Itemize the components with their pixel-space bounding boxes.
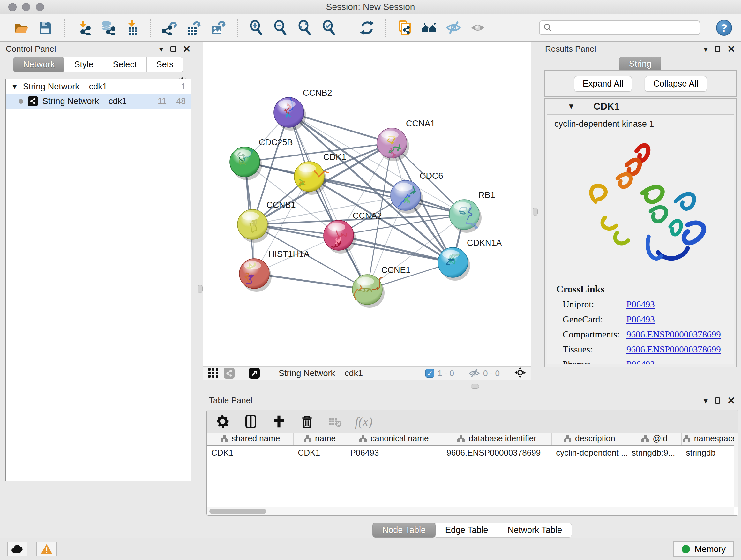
network-node-CDKN1A[interactable]: CDKN1A [438,238,502,281]
fit-content-icon[interactable] [514,367,526,380]
float-panel-button[interactable]: ▾ [704,396,708,405]
column-header-shared-name[interactable]: shared name [207,433,293,446]
import-table-file-button[interactable] [124,19,140,36]
network-canvas[interactable]: CCNB2CCNA1CDC25BCDK1CDC6RB1CCNB1CCNA2CDK… [203,42,531,366]
save-session-button[interactable] [37,19,54,36]
horizontal-splitter[interactable] [203,380,531,393]
float-panel-button[interactable]: ▾ [704,45,708,53]
crosslink-link[interactable]: P06493 [626,314,655,325]
warning-status-button[interactable] [37,542,57,557]
tab-style[interactable]: Style [64,57,103,72]
node-label: CCNB2 [303,88,332,98]
tab-select[interactable]: Select [103,57,146,72]
zoom-selected-button[interactable] [321,19,337,36]
zoom-in-button[interactable] [248,19,265,36]
control-panel: Control Panel ▾ ✕ NetworkStyleSelectSets… [0,42,197,537]
hide-panels-button[interactable] [445,19,462,36]
table-horizontal-scrollbar[interactable] [207,507,734,515]
table-cell[interactable]: CDK1 [207,446,293,460]
open-in-new-window-icon[interactable] [249,368,260,379]
column-header-database-identifier[interactable]: database identifier [442,433,551,446]
table-cell[interactable]: stringdb [681,446,738,460]
crosslink-row: Pharos:P06493 [547,357,734,364]
network-node-CCNA1[interactable]: CCNA1 [377,119,435,161]
table-cell[interactable]: P06493 [346,446,442,460]
tab-node-table[interactable]: Node Table [373,523,435,538]
column-header-name[interactable]: name [293,433,346,446]
left-splitter-handle[interactable] [198,285,203,293]
network-node-CCNB2[interactable]: CCNB2 [274,88,332,131]
search-input[interactable] [555,23,696,33]
crosslinks-heading: CrossLinks [547,275,734,297]
scrollbar-thumb[interactable] [209,509,266,514]
create-column-icon[interactable] [271,413,287,430]
network-view[interactable]: CCNB2CCNA1CDC25BCDK1CDC6RB1CCNB1CCNA2CDK… [203,42,531,366]
cloud-status-button[interactable] [7,542,27,557]
network-node-RB1[interactable]: RB1 [449,190,495,233]
crosslink-link[interactable]: P06493 [626,359,655,364]
horizontal-splitter-handle[interactable] [471,384,479,388]
collapse-all-button[interactable]: Collapse All [645,76,707,91]
column-header-namespace[interactable]: namespace [681,433,738,446]
memory-label: Memory [694,544,726,554]
float-panel-button[interactable]: ▾ [159,45,163,53]
export-image-button[interactable] [210,19,226,36]
table-cell[interactable]: CDK1 [293,446,346,460]
export-table-button[interactable] [186,19,202,36]
import-network-database-button[interactable] [99,19,116,36]
close-panel-button[interactable]: ✕ [727,44,735,54]
collection-caret-icon[interactable]: ▼ [11,82,18,91]
expand-all-button[interactable]: Expand All [574,76,632,91]
memory-button[interactable]: Memory [673,542,734,557]
tab-edge-table[interactable]: Edge Table [435,523,498,538]
table-cell[interactable]: cyclin-dependent ... [551,446,627,460]
tab-network-table[interactable]: Network Table [498,523,572,538]
network-node-HIST1H1A[interactable]: HIST1H1A [239,249,310,292]
left-splitter[interactable] [197,42,203,537]
crosslink-link[interactable]: P06493 [626,299,655,310]
zoom-out-button[interactable] [272,19,289,36]
network-node-CDC25B[interactable]: CDC25B [230,138,293,180]
network-collection-row[interactable]: ▼ String Network – cdk1 1 [6,79,191,94]
column-header-canonical-name[interactable]: canonical name [346,433,442,446]
close-panel-button[interactable]: ✕ [727,396,735,406]
right-splitter-handle[interactable] [533,207,538,216]
table-cell[interactable]: stringdb:9... [627,446,681,460]
tab-network[interactable]: Network [13,57,64,72]
selected-checkbox-icon[interactable]: ✓ [425,369,434,378]
apply-layout-button[interactable] [359,19,375,36]
results-panel: Results Panel ▾ ✕ String Expand All Coll… [539,42,741,393]
table-vertical-scrollbar[interactable] [734,433,738,507]
section-caret-icon[interactable]: ▼ [567,102,575,111]
table-cell[interactable]: 9606.ENSP00000378699 [442,446,551,460]
table-options-gear-icon[interactable] [214,413,231,430]
show-all-panels-button[interactable] [421,19,437,36]
control-panel-title: Control Panel [6,44,56,54]
maximize-panel-button[interactable] [715,45,720,53]
clone-network-button[interactable] [397,19,413,36]
hidden-counts: 0 - 0 [483,368,500,378]
open-session-button[interactable] [13,19,29,36]
birdseye-view-icon[interactable] [208,367,219,379]
tab-string[interactable]: String [619,57,662,71]
crosslink-link[interactable]: 9606.ENSP00000378699 [626,329,721,340]
column-header-description[interactable]: description [551,433,627,446]
network-view-title: String Network – cdk1 [279,368,420,378]
tab-sets[interactable]: Sets [147,57,184,72]
right-splitter[interactable] [531,42,539,393]
close-panel-button[interactable]: ✕ [183,44,191,54]
network-row-selected[interactable]: String Network – cdk1 1148 [6,94,191,109]
delete-column-trash-icon[interactable] [299,413,315,430]
network-node-CCNB1[interactable]: CCNB1 [238,200,296,243]
zoom-fit-button[interactable] [296,19,313,36]
column-header-id[interactable]: @id [627,433,681,446]
show-columns-icon[interactable] [243,413,259,430]
maximize-panel-button[interactable] [171,45,176,53]
network-node-CCNE1[interactable]: CCNE1 [352,265,411,308]
maximize-panel-button[interactable] [715,396,720,405]
import-network-file-button[interactable] [75,19,91,36]
crosslink-link[interactable]: 9606.ENSP00000378699 [626,344,721,355]
help-button[interactable]: ? [716,20,732,36]
table-row[interactable]: CDK1CDK1P064939606.ENSP00000378699cyclin… [207,446,738,460]
export-network-button[interactable] [161,19,178,36]
